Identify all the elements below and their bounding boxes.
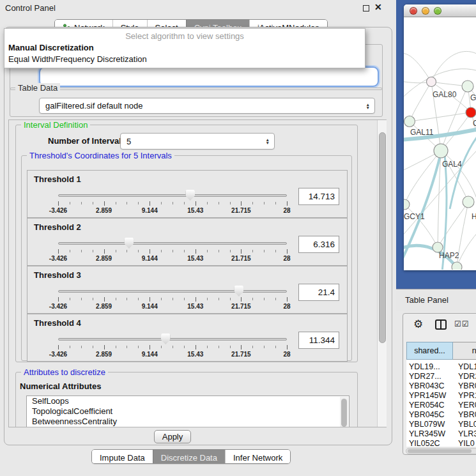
slider-track[interactable] (58, 290, 287, 293)
dropdown-item[interactable]: Equal Width/Frequency Discretization (4, 54, 365, 65)
cell-name[interactable]: YPR1 (453, 391, 476, 401)
column-header-name[interactable]: name (453, 342, 476, 360)
minor-tick-mark (138, 298, 139, 300)
cell-name[interactable]: YDL1 (453, 362, 476, 372)
table-row[interactable]: YLR345WYLR3 (406, 429, 476, 439)
table-row[interactable]: YDL19...YDL1 (406, 362, 476, 372)
select-checkboxes-icon[interactable]: ☑☑ (454, 319, 470, 328)
table-row[interactable]: YER054CYER0 (406, 401, 476, 410)
float-window-icon[interactable] (363, 5, 369, 12)
threshold-slider[interactable]: -3.4262.8599.14415.4321.71528 (56, 234, 292, 265)
minor-tick-mark (81, 250, 82, 252)
network-node-gal11[interactable] (404, 116, 415, 127)
table-rows[interactable]: YDL19...YDL1YDR27...YDR2YBR043CYBR0YPR14… (406, 360, 476, 447)
close-traffic-light-icon[interactable] (410, 7, 417, 15)
node-label: GCY1 (404, 212, 425, 221)
minor-tick-mark (184, 346, 185, 348)
network-node-gal4[interactable] (434, 144, 448, 158)
close-icon[interactable]: ✕ (374, 2, 382, 12)
cell-shared-name[interactable]: YDL19... (406, 362, 453, 372)
network-node-gcy1[interactable] (404, 199, 410, 210)
tick-mark (58, 297, 59, 302)
table-row[interactable]: YDR27...YDR2 (406, 372, 476, 381)
slider-thumb[interactable] (234, 286, 243, 296)
horizontal-scrollbar[interactable] (406, 448, 476, 454)
slider-thumb[interactable] (185, 190, 195, 201)
threshold-value-field[interactable]: 21.4 (298, 284, 339, 301)
dropdown-item[interactable]: Manual Discretization (4, 42, 365, 54)
slider-track[interactable] (58, 194, 287, 197)
scrollbar-thumb[interactable] (408, 449, 472, 453)
network-edge[interactable] (431, 51, 476, 82)
attributes-scrollbar[interactable] (340, 397, 348, 427)
threshold-value-field[interactable]: 6.316 (298, 236, 339, 253)
cell-shared-name[interactable]: YBR045C (406, 410, 453, 420)
network-node-c[interactable] (466, 107, 476, 118)
algorithm-combobox[interactable] (39, 66, 379, 87)
minor-tick-mark (93, 202, 93, 204)
table-row[interactable]: YBR043CYBR0 (406, 381, 476, 391)
slider-track[interactable] (58, 242, 287, 245)
minor-tick-mark (184, 298, 185, 300)
network-node[interactable] (452, 262, 462, 270)
cell-name[interactable]: YER0 (453, 401, 476, 410)
network-node-gal80[interactable] (427, 77, 436, 87)
number-of-intervals-combobox[interactable]: 5 ▲▼ (120, 133, 275, 150)
columns-icon[interactable] (435, 319, 447, 330)
cell-name[interactable]: YIL0 (453, 439, 475, 447)
threshold-slider[interactable]: -3.4262.8599.14415.4321.71528 (56, 330, 292, 360)
network-window-titlebar[interactable] (404, 4, 476, 17)
interval-definition-group: Interval Definition Number of Intervals … (15, 125, 358, 362)
control-panel-titlebar: Control Panel ✕ (0, 0, 396, 17)
gear-icon[interactable]: ⚙ (413, 318, 423, 331)
table-row[interactable]: YIL052CYIL0 (406, 439, 476, 447)
scrollbar-thumb[interactable] (341, 399, 347, 427)
cell-shared-name[interactable]: YER054C (406, 401, 453, 410)
tab-infer-network[interactable]: Infer Network (225, 450, 290, 463)
column-header-shared-name[interactable]: shared... (406, 342, 453, 360)
cell-name[interactable]: YBR0 (453, 410, 476, 420)
threshold-value-field[interactable]: 14.713 (298, 188, 339, 205)
table-row[interactable]: YBL079WYBL0 (406, 420, 476, 429)
threshold-value-field[interactable]: 11.344 (298, 332, 339, 349)
network-node-g[interactable] (462, 81, 473, 92)
network-edge[interactable] (404, 54, 431, 82)
cell-shared-name[interactable]: YIL052C (406, 439, 453, 447)
zoom-traffic-light-icon[interactable] (434, 7, 441, 15)
table-row[interactable]: YBR045CYBR0 (406, 410, 476, 420)
network-node-h[interactable] (463, 196, 474, 208)
attribute-list-item[interactable]: BetweennessCentrality (27, 417, 349, 427)
attribute-list-item[interactable]: TopologicalCoefficient (27, 406, 349, 417)
threshold-slider[interactable]: -3.4262.8599.14415.4321.71528 (56, 186, 292, 217)
scrollbar-thumb[interactable] (379, 132, 386, 343)
threshold-slider[interactable]: -3.4262.8599.14415.4321.71528 (56, 282, 292, 312)
cell-shared-name[interactable]: YBL079W (406, 420, 453, 429)
network-canvas[interactable]: GAL80GCGAL11GAL4GCY1HHAP2 (404, 17, 476, 270)
algorithm-dropdown-popup: Select algorithm to view settingsManual … (4, 28, 365, 68)
cell-name[interactable]: YBR0 (453, 381, 476, 391)
tab-discretize-data[interactable]: Discretize Data (153, 450, 225, 463)
network-edge[interactable] (410, 82, 431, 121)
numerical-attributes-list[interactable]: SelfLoopsTopologicalCoefficientBetweenne… (26, 395, 349, 427)
cell-name[interactable]: YDR2 (453, 372, 476, 381)
cell-shared-name[interactable]: YDR27... (406, 372, 453, 381)
apply-button[interactable]: Apply (154, 430, 191, 443)
cell-shared-name[interactable]: YPR145W (406, 391, 453, 401)
cell-name[interactable]: YBL0 (453, 420, 476, 429)
main-scrollbar[interactable] (377, 120, 387, 427)
dropdown-item[interactable]: Select algorithm to view settings (4, 31, 365, 42)
tab-impute-data[interactable]: Impute Data (92, 450, 153, 463)
table-data-combobox[interactable]: galFiltered.sif default node ▲▼ (39, 98, 375, 114)
cell-name[interactable]: YLR3 (453, 429, 476, 439)
attribute-list-item[interactable]: SelfLoops (27, 396, 349, 406)
cell-shared-name[interactable]: YBR043C (406, 381, 453, 391)
network-graph[interactable]: GAL80GCGAL11GAL4GCY1HHAP2 (404, 17, 476, 270)
cell-shared-name[interactable]: YLR345W (406, 429, 453, 439)
tick-label: 9.144 (142, 207, 158, 214)
minimize-traffic-light-icon[interactable] (422, 7, 429, 15)
slider-thumb[interactable] (161, 334, 171, 344)
slider-track[interactable] (58, 338, 287, 341)
slider-thumb[interactable] (124, 238, 134, 249)
minor-tick-mark (81, 202, 82, 204)
table-row[interactable]: YPR145WYPR1 (406, 391, 476, 401)
